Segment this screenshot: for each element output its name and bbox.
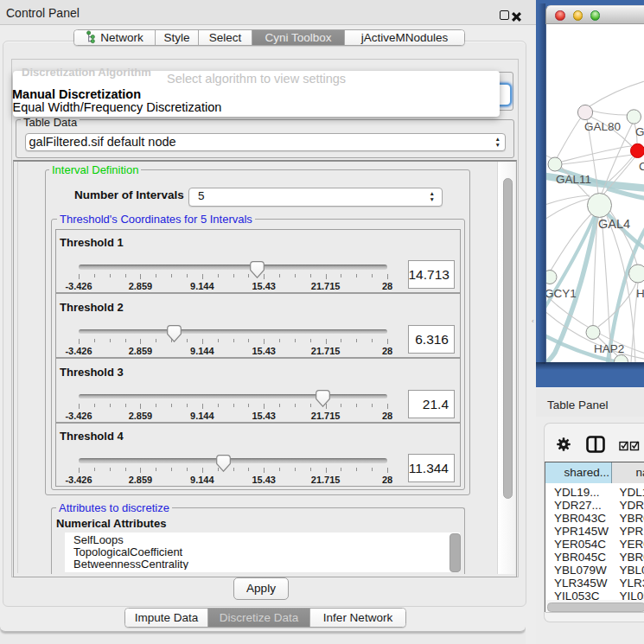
- svg-text:GAL80: GAL80: [584, 120, 621, 133]
- svg-text:CY: CY: [639, 160, 644, 173]
- svg-text:HAP2: HAP2: [594, 342, 624, 355]
- svg-text:GAL4: GAL4: [598, 217, 630, 231]
- svg-text:GCY1: GCY1: [546, 287, 577, 300]
- svg-text:GAL11: GAL11: [556, 173, 591, 186]
- svg-text:HI: HI: [636, 287, 644, 300]
- svg-text:GA: GA: [635, 125, 644, 138]
